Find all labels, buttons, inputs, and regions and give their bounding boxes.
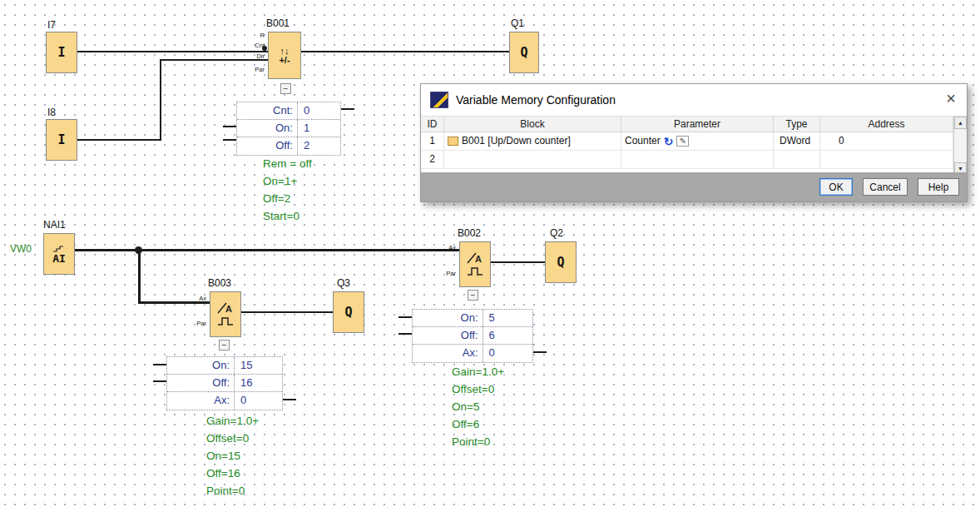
label-q2: Q2	[550, 227, 563, 239]
wire-ai-b002	[75, 249, 459, 251]
param-label: Off:	[413, 327, 483, 344]
input-symbol: I	[57, 45, 65, 60]
param-value: 1	[297, 120, 340, 137]
wire-i8-seg2	[160, 59, 161, 141]
label-i7: I7	[47, 19, 56, 31]
wire-b003-q3	[241, 311, 333, 313]
label-b003: B003	[208, 277, 231, 289]
note-line: On=5	[452, 398, 504, 415]
block-q3[interactable]: Q	[333, 291, 364, 333]
wire-branch-v	[138, 249, 141, 303]
block-i7[interactable]: I	[46, 32, 77, 73]
cancel-button[interactable]: Cancel	[863, 178, 908, 196]
param-table-b001: Cnt: 0 On: 1 Off: 2	[236, 102, 341, 156]
edit-icon[interactable]: ✎	[676, 136, 689, 147]
block-b002-analog-trigger[interactable]: A	[459, 241, 491, 287]
param-label: Cnt:	[237, 102, 297, 119]
cell-parameter-text: Counter	[625, 132, 661, 150]
note-line: Offset=0	[206, 430, 259, 447]
dialog-title: Variable Memory Configuration	[456, 93, 616, 107]
cell-address	[820, 151, 953, 168]
block-nai1-analog-input[interactable]: AI	[43, 233, 75, 275]
note-line: Gain=1.0+	[206, 412, 259, 430]
param-label: On:	[167, 357, 234, 374]
b003-pin-ax: Ax	[186, 295, 206, 302]
label-b001: B001	[266, 17, 290, 29]
b003-collapse-minus-icon[interactable]: −	[219, 340, 230, 350]
cell-parameter: Counter ↻ ✎	[621, 132, 774, 150]
close-icon[interactable]: ×	[946, 90, 956, 107]
svg-text:A: A	[475, 254, 482, 264]
block-q2[interactable]: Q	[545, 241, 577, 283]
note-line: Off=6	[452, 415, 504, 433]
param-row: On: 15	[167, 357, 282, 375]
param-row: Off: 16	[167, 375, 282, 392]
ok-button[interactable]: OK	[819, 178, 853, 196]
column-header-type[interactable]: Type	[774, 117, 820, 132]
output-symbol: Q	[557, 255, 564, 270]
b002-pin-ax: Ax	[436, 244, 456, 251]
column-header-address[interactable]: Address	[820, 117, 953, 132]
b002-collapse-minus-icon[interactable]: −	[468, 290, 478, 301]
column-header-id[interactable]: ID	[421, 117, 444, 132]
param-label: Off:	[237, 137, 297, 155]
b001-pin-par: Par	[245, 66, 265, 73]
cell-parameter	[621, 151, 774, 168]
net-label-vw0: VW0	[10, 243, 32, 255]
param-value: 0	[483, 345, 532, 362]
param-leg	[223, 139, 236, 141]
param-row: On: 1	[237, 120, 340, 137]
block-b001-updown-counter[interactable]: ↑↓ +/-	[268, 32, 301, 79]
analog-trigger-icon: A	[465, 251, 485, 279]
table-header-row: ID Block Parameter Type Address	[421, 117, 967, 132]
param-value: 5	[483, 310, 532, 326]
refresh-icon[interactable]: ↻	[664, 136, 674, 147]
analog-input-label: AI	[52, 252, 66, 265]
param-table-b002: On: 5 Off: 6 Ax: 0	[412, 309, 533, 363]
wire-junction-dot	[135, 246, 142, 254]
param-leg	[153, 364, 166, 365]
note-line: On=1+	[263, 172, 312, 190]
param-value: 16	[234, 375, 282, 391]
cell-type	[774, 151, 820, 168]
table-row[interactable]: 1 B001 [Up/Down counter] Counter ↻ ✎ DWo…	[421, 132, 967, 151]
dialog-title-bar[interactable]: Variable Memory Configuration ×	[421, 84, 967, 116]
param-leg	[398, 333, 412, 335]
column-header-block[interactable]: Block	[444, 117, 621, 132]
output-symbol: Q	[520, 45, 527, 60]
dialog-footer: OK Cancel Help	[421, 172, 967, 201]
variable-memory-configuration-dialog: Variable Memory Configuration × ID Block…	[420, 83, 968, 202]
param-label: On:	[413, 310, 483, 326]
b003-pin-par: Par	[186, 320, 206, 327]
b001-pin-r: R	[245, 32, 265, 39]
cell-address[interactable]: 0	[820, 132, 953, 150]
wire-i8-seg1	[77, 139, 160, 141]
param-value: 0	[297, 102, 340, 119]
table-scrollbar[interactable]: ▲ ▼	[953, 117, 967, 175]
logosoft-icon	[430, 92, 448, 108]
note-line: Off=2	[263, 190, 312, 207]
label-q3: Q3	[337, 277, 350, 289]
param-row: Ax: 0	[413, 345, 532, 362]
svg-text:A: A	[225, 304, 232, 314]
param-row: Off: 2	[237, 137, 340, 155]
b001-collapse-minus-icon[interactable]: −	[280, 83, 291, 94]
scroll-up-icon[interactable]: ▲	[954, 117, 967, 129]
note-line: Off=16	[206, 465, 259, 482]
param-leg	[398, 316, 412, 318]
analog-trigger-icon: A	[215, 301, 235, 329]
block-q1[interactable]: Q	[509, 32, 539, 73]
help-button[interactable]: Help	[918, 178, 959, 196]
param-leg	[223, 126, 236, 127]
param-row: Cnt: 0	[237, 102, 340, 120]
output-symbol: Q	[344, 305, 352, 320]
param-value: 0	[234, 392, 282, 410]
wire-b001-q1	[301, 51, 509, 52]
block-i8[interactable]: I	[46, 119, 77, 161]
note-line: Offset=0	[452, 380, 504, 398]
table-row[interactable]: 2	[421, 151, 967, 169]
block-b003-analog-trigger[interactable]: A	[210, 291, 241, 337]
column-header-parameter[interactable]: Parameter	[621, 117, 774, 132]
cell-block	[444, 151, 621, 168]
param-label: On:	[237, 120, 297, 137]
